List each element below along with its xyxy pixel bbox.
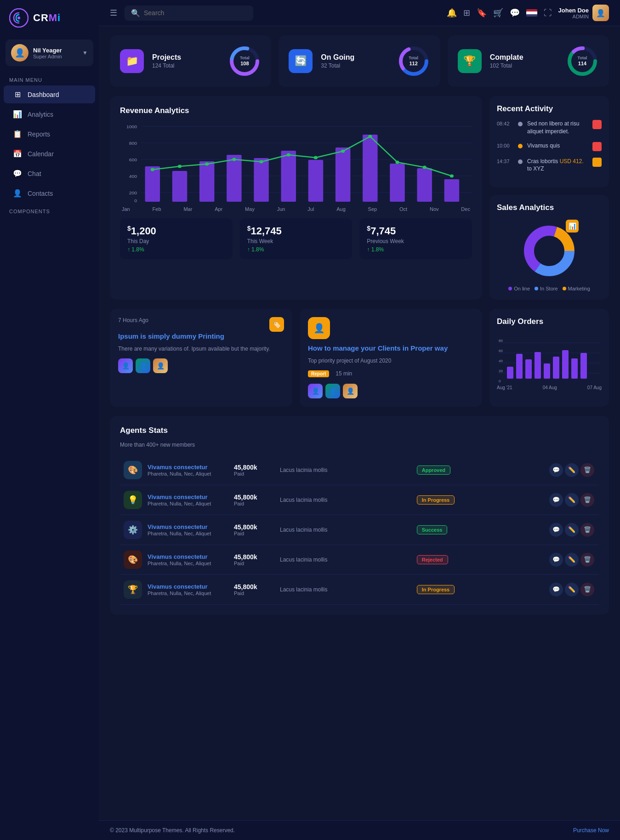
- legend-dot-instore: [535, 287, 538, 290]
- sidebar-item-label-reports: Reports: [28, 131, 50, 138]
- svg-text:60: 60: [499, 349, 503, 353]
- edit-button[interactable]: ✏️: [565, 463, 579, 477]
- activity-text-2: Vivamus quis: [527, 142, 588, 151]
- delete-button[interactable]: 🗑️: [580, 463, 594, 477]
- menu-toggle-icon[interactable]: ☰: [110, 8, 117, 18]
- svg-rect-33: [444, 179, 459, 202]
- footer-copy: © 2023 Multipurpose Themes. All Rights R…: [110, 827, 235, 834]
- delete-button[interactable]: 🗑️: [580, 493, 594, 507]
- edit-button[interactable]: ✏️: [565, 523, 579, 537]
- svg-point-1: [17, 17, 20, 19]
- activity-time-1: 08:42: [497, 121, 513, 136]
- agent-amount-sub: Paid: [234, 471, 273, 477]
- table-row: 💡 Vivamus consectetur Pharetra, Nulla, N…: [120, 485, 599, 515]
- agent-amount: 45,800k: [234, 583, 273, 590]
- table-row: 🏆 Vivamus consectetur Pharetra, Nulla, N…: [120, 574, 599, 604]
- agents-stats-card: Agents Stats More than 400+ new members …: [110, 416, 609, 615]
- sidebar-item-chat[interactable]: 💬 Chat: [4, 165, 95, 182]
- chat-button[interactable]: 💬: [549, 583, 563, 596]
- agent-sub: Pharetra, Nulla, Nec, Aliquet: [148, 531, 211, 536]
- manage-avatars: 👤 👤 👤: [308, 384, 474, 398]
- agents-subtitle: More than 400+ new members: [120, 442, 599, 448]
- svg-rect-25: [227, 155, 241, 202]
- table-row: 🎨 Vivamus consectetur Pharetra, Nulla, N…: [120, 545, 599, 574]
- agent-name: Vivamus consectetur: [148, 583, 211, 590]
- agent-icon: 🎨: [124, 551, 142, 569]
- dashboard-icon: ⊞: [13, 90, 22, 99]
- delete-button[interactable]: 🗑️: [580, 523, 594, 537]
- post-body: There are many variations of. Ipsum avai…: [118, 345, 284, 353]
- sidebar-user[interactable]: 👤 Nil Yeager Super Admin ▼: [6, 40, 93, 66]
- agent-sub: Pharetra, Nulla, Nec, Aliquet: [148, 501, 211, 506]
- edit-button[interactable]: ✏️: [565, 583, 579, 596]
- sidebar-item-contacts[interactable]: 👤 Contacts: [4, 184, 95, 202]
- notifications-icon[interactable]: 🔔: [447, 8, 457, 18]
- delete-button[interactable]: 🗑️: [580, 583, 594, 596]
- actions-cell: 💬 ✏️ 🗑️: [467, 493, 595, 507]
- month-label-may: May: [245, 206, 255, 212]
- daily-label-1: Aug '21: [497, 385, 512, 390]
- svg-point-35: [178, 165, 182, 168]
- chat-button[interactable]: 💬: [549, 493, 563, 507]
- topbar: ☰ 🔍 🔔 ⊞ 🔖 🛒 💬 ⛶ Johen Doe ADMIN 👤: [99, 0, 620, 26]
- sidebar-item-calendar[interactable]: 📅 Calendar: [4, 145, 95, 163]
- grid-icon[interactable]: ⊞: [463, 8, 470, 18]
- bookmark-icon[interactable]: 🔖: [477, 8, 487, 18]
- svg-text:20: 20: [499, 369, 503, 373]
- activity-badge-3: [592, 158, 602, 167]
- edit-button[interactable]: ✏️: [565, 493, 579, 507]
- rev-week-change: ↑ 1.8%: [247, 246, 345, 253]
- complete-icon: 🏆: [458, 49, 482, 73]
- activity-badge-1: [592, 120, 602, 129]
- delete-button[interactable]: 🗑️: [580, 553, 594, 567]
- footer-purchase[interactable]: Purchase Now: [573, 827, 609, 834]
- flag-icon[interactable]: [526, 9, 537, 17]
- message-icon[interactable]: 💬: [510, 8, 520, 18]
- status-badge: Success: [417, 525, 448, 534]
- agent-icon: 🎨: [124, 461, 142, 479]
- month-label-jul: Jul: [307, 206, 314, 212]
- sidebar-item-label-chat: Chat: [28, 170, 41, 177]
- rev-day-label: This Day: [127, 238, 225, 244]
- post-avatar-2: 👤: [136, 358, 150, 373]
- svg-text:200: 200: [129, 191, 137, 195]
- status-badge: Rejected: [417, 555, 448, 564]
- chat-button[interactable]: 💬: [549, 523, 563, 537]
- svg-point-38: [259, 160, 263, 164]
- edit-button[interactable]: ✏️: [565, 553, 579, 567]
- manage-duration: 15 min: [336, 370, 352, 377]
- chat-icon: 💬: [13, 169, 22, 178]
- agent-amount: 45,800k: [234, 464, 273, 471]
- search-box[interactable]: 🔍: [125, 6, 253, 21]
- chat-button[interactable]: 💬: [549, 553, 563, 567]
- daily-chart-labels: Aug '21 04 Aug 07 Aug: [497, 385, 602, 390]
- fullscreen-icon[interactable]: ⛶: [544, 8, 552, 18]
- cart-icon[interactable]: 🛒: [493, 8, 503, 18]
- post-card: 7 Hours Ago 🏷️ Ipsum is simply dummy Pri…: [110, 309, 292, 407]
- revenue-stat-prevweek: $7,745 Previous Week ↑ 1.8%: [359, 218, 472, 259]
- svg-rect-65: [562, 350, 569, 379]
- main-grid: Revenue Analytics 1000 800 60: [110, 96, 609, 300]
- legend-dot-marketing: [563, 287, 566, 290]
- agent-sub: Pharetra, Nulla, Nec, Aliquet: [148, 561, 211, 566]
- sidebar-item-analytics[interactable]: 📊 Analytics: [4, 105, 95, 123]
- topbar-user[interactable]: Johen Doe ADMIN 👤: [558, 5, 609, 21]
- revenue-stat-week: $12,745 This Week ↑ 1.8%: [240, 218, 353, 259]
- svg-rect-32: [417, 168, 432, 202]
- daily-orders-title: Daily Orders: [497, 317, 602, 326]
- search-input[interactable]: [144, 9, 236, 17]
- agent-amount: 45,800k: [234, 553, 273, 561]
- sidebar-item-reports[interactable]: 📋 Reports: [4, 125, 95, 143]
- dropdown-arrow[interactable]: ▼: [82, 50, 88, 56]
- agent-amount: 45,800k: [234, 494, 273, 501]
- agent-name: Vivamus consectetur: [148, 494, 211, 500]
- sidebar-item-label-dashboard: Dashboard: [28, 91, 59, 98]
- svg-point-49: [535, 236, 564, 266]
- actions-cell: 💬 ✏️ 🗑️: [467, 523, 595, 537]
- sidebar-item-dashboard[interactable]: ⊞ Dashboard: [4, 85, 95, 103]
- svg-rect-30: [363, 135, 377, 202]
- chat-button[interactable]: 💬: [549, 463, 563, 477]
- table-row: 🎨 Vivamus consectetur Pharetra, Nulla, N…: [120, 455, 599, 485]
- ongoing-label: On Going: [321, 53, 388, 62]
- legend-marketing: Marketing: [563, 286, 590, 291]
